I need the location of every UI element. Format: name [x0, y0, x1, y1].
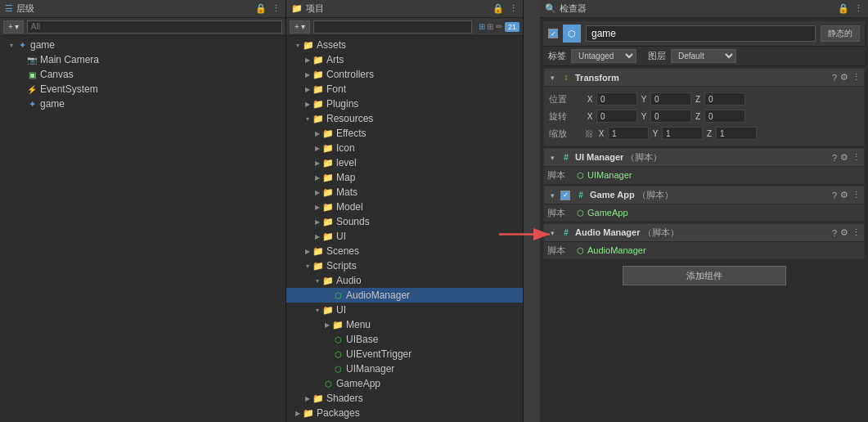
tree-arrow-scripts[interactable]: ▾ [303, 261, 313, 271]
project-item-map[interactable]: ▶ 📁 Map [286, 170, 523, 185]
position-x-input[interactable] [596, 92, 637, 106]
tree-arrow-mats[interactable]: ▶ [313, 187, 322, 197]
hierarchy-item-game[interactable]: ▾ ✦ game [0, 38, 286, 52]
tree-arrow-plugins[interactable]: ▶ [303, 99, 313, 109]
project-item-gameapp[interactable]: ⬡ GameApp [286, 376, 523, 391]
project-search-input[interactable] [313, 20, 472, 34]
inspector-dots-icon[interactable]: ⋮ [854, 3, 863, 14]
rotation-z-input[interactable] [704, 110, 745, 123]
tree-arrow-map[interactable]: ▶ [313, 173, 322, 182]
project-item-sounds[interactable]: ▶ 📁 Sounds [286, 214, 523, 229]
audio-manager-header[interactable]: ▾ # Audio Manager （脚本） ? ⚙ ⋮ [544, 224, 864, 242]
tree-arrow-effects[interactable]: ▶ [313, 128, 322, 138]
project-item-font[interactable]: ▶ 📁 Font [286, 82, 523, 97]
hierarchy-lock-icon[interactable]: 🔒 [255, 3, 267, 14]
game-app-script-file[interactable]: ⬡ GameApp [577, 208, 628, 218]
tree-arrow-ui-res[interactable]: ▶ [313, 231, 322, 241]
tree-arrow-game[interactable]: ▾ [7, 40, 16, 50]
hierarchy-dots-icon[interactable]: ⋮ [272, 3, 281, 14]
audio-manager-settings-icon[interactable]: ⚙ [840, 227, 848, 238]
project-item-menu[interactable]: ▶ 📁 Menu [286, 317, 523, 332]
hierarchy-search-input[interactable] [27, 20, 282, 34]
ui-manager-script-file[interactable]: ⬡ UIManager [577, 170, 632, 180]
scale-z-input[interactable] [716, 127, 757, 140]
transform-fold-icon[interactable]: ▾ [547, 73, 557, 83]
tree-arrow-level[interactable]: ▶ [313, 158, 322, 168]
rotation-y-input[interactable] [650, 110, 691, 123]
tree-arrow-arts[interactable]: ▶ [303, 55, 313, 65]
tree-arrow-shaders[interactable]: ▶ [303, 393, 313, 403]
game-app-settings-icon[interactable]: ⚙ [840, 190, 848, 200]
tree-arrow-packages[interactable]: ▶ [293, 408, 303, 418]
game-app-active-checkbox[interactable]: ✓ [560, 191, 570, 200]
inspector-lock-icon[interactable]: 🔒 [838, 3, 849, 14]
project-item-resources[interactable]: ▾ 📁 Resources [286, 111, 523, 126]
transform-menu-icon[interactable]: ⋮ [852, 72, 861, 83]
ui-manager-fold-icon[interactable]: ▾ [547, 153, 557, 163]
hierarchy-add-button[interactable]: + ▾ [3, 20, 24, 34]
scale-link-icon[interactable]: ⛓ [585, 129, 593, 138]
project-item-controllers[interactable]: ▶ 📁 Controllers [286, 67, 523, 82]
project-item-audio-folder[interactable]: ▾ 📁 Audio [286, 273, 523, 288]
project-item-arts[interactable]: ▶ 📁 Arts [286, 52, 523, 67]
static-button[interactable]: 静态的 [821, 25, 860, 42]
project-lock-icon[interactable]: 🔒 [492, 3, 504, 14]
transform-header[interactable]: ▾ ↕ Transform ? ⚙ ⋮ [544, 69, 864, 87]
audio-manager-menu-icon[interactable]: ⋮ [852, 227, 861, 238]
ui-manager-help-icon[interactable]: ? [832, 153, 837, 163]
tree-arrow-ui-scripts[interactable]: ▾ [313, 305, 322, 315]
game-app-menu-icon[interactable]: ⋮ [852, 190, 861, 200]
project-item-level[interactable]: ▶ 📁 level [286, 155, 523, 170]
layer-select[interactable]: Default [671, 49, 736, 63]
project-item-ui-res[interactable]: ▶ 📁 UI [286, 229, 523, 244]
scale-y-input[interactable] [662, 127, 703, 140]
tree-arrow-model[interactable]: ▶ [313, 202, 322, 212]
tree-arrow-font[interactable]: ▶ [303, 84, 313, 94]
project-item-model[interactable]: ▶ 📁 Model [286, 200, 523, 214]
tree-arrow-sounds[interactable]: ▶ [313, 217, 322, 227]
ui-manager-settings-icon[interactable]: ⚙ [840, 152, 848, 163]
tree-arrow-scenes[interactable]: ▶ [303, 246, 313, 256]
transform-help-icon[interactable]: ? [832, 73, 837, 83]
scale-x-input[interactable] [608, 127, 649, 140]
object-active-checkbox[interactable]: ✓ [548, 29, 558, 38]
project-item-packages[interactable]: ▶ 📁 Packages [286, 406, 523, 420]
audio-manager-script-file[interactable]: ⬡ AudioManager [577, 245, 646, 255]
project-dots-icon[interactable]: ⋮ [509, 3, 518, 14]
project-item-uimanager[interactable]: ⬡ UIManager [286, 361, 523, 376]
position-y-input[interactable] [650, 92, 691, 106]
position-z-input[interactable] [704, 92, 745, 106]
project-item-mats[interactable]: ▶ 📁 Mats [286, 185, 523, 200]
tree-arrow-audio-folder[interactable]: ▾ [313, 276, 322, 285]
audio-manager-help-icon[interactable]: ? [832, 228, 837, 238]
project-item-ui-scripts[interactable]: ▾ 📁 UI [286, 303, 523, 317]
project-item-uieventtrigger[interactable]: ⬡ UIEventTrigger [286, 347, 523, 361]
rotation-x-input[interactable] [596, 110, 637, 123]
tree-arrow-assets[interactable]: ▾ [293, 40, 303, 50]
game-app-fold-icon[interactable]: ▾ [547, 191, 557, 200]
ui-manager-header[interactable]: ▾ # UI Manager （脚本） ? ⚙ ⋮ [544, 149, 864, 167]
project-item-plugins[interactable]: ▶ 📁 Plugins [286, 97, 523, 111]
hierarchy-item-eventsystem[interactable]: ⚡ EventSystem [0, 82, 286, 97]
project-item-effects[interactable]: ▶ 📁 Effects [286, 126, 523, 141]
project-item-shaders[interactable]: ▶ 📁 Shaders [286, 391, 523, 406]
hierarchy-item-game-child[interactable]: ✦ game [0, 97, 286, 111]
game-app-header[interactable]: ▾ ✓ # Game App （脚本） ? ⚙ ⋮ [544, 186, 864, 204]
tree-arrow-controllers[interactable]: ▶ [303, 70, 313, 79]
game-app-help-icon[interactable]: ? [832, 191, 837, 200]
transform-settings-icon[interactable]: ⚙ [840, 72, 848, 83]
tree-arrow-menu[interactable]: ▶ [322, 320, 332, 330]
project-item-scripts[interactable]: ▾ 📁 Scripts [286, 258, 523, 273]
project-add-button[interactable]: + ▾ [290, 20, 310, 34]
tree-arrow-icon-folder[interactable]: ▶ [313, 143, 322, 153]
project-item-icon[interactable]: ▶ 📁 Icon [286, 141, 523, 155]
object-name-input[interactable] [586, 25, 816, 42]
tree-arrow-resources[interactable]: ▾ [303, 114, 313, 123]
tag-select[interactable]: Untagged [571, 49, 636, 63]
add-component-button[interactable]: 添加组件 [623, 266, 786, 285]
hierarchy-item-main-camera[interactable]: 📷 Main Camera [0, 52, 286, 67]
ui-manager-menu-icon[interactable]: ⋮ [852, 152, 861, 163]
project-item-audiomanager[interactable]: ⬡ AudioManager [286, 288, 523, 303]
project-item-assets[interactable]: ▾ 📁 Assets [286, 38, 523, 52]
hierarchy-item-canvas[interactable]: ▣ Canvas [0, 67, 286, 82]
